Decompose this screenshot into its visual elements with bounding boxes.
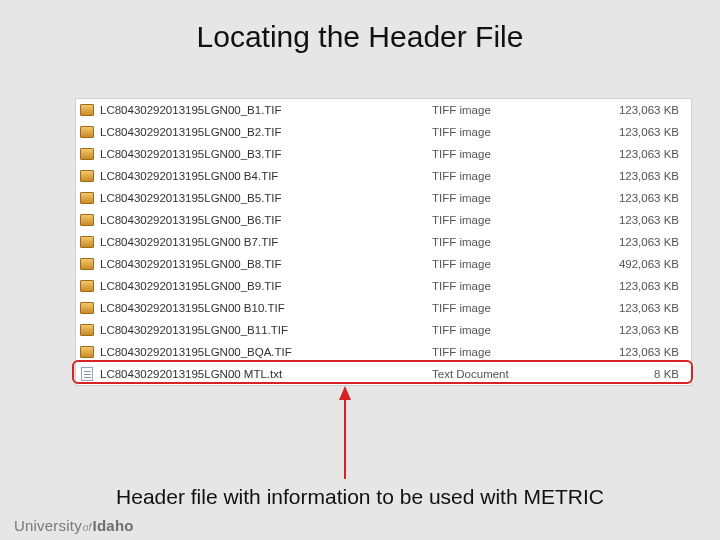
file-size: 123,063 KB (568, 324, 691, 336)
file-row[interactable]: LC80430292013195LGN00_B6.TIFTIFF image12… (76, 209, 691, 231)
image-file-icon (76, 170, 98, 182)
image-file-icon (76, 104, 98, 116)
file-row[interactable]: LC80430292013195LGN00_B5.TIFTIFF image12… (76, 187, 691, 209)
brand-of: of (82, 522, 93, 533)
file-size: 123,063 KB (568, 104, 691, 116)
file-type: TIFF image (428, 104, 568, 116)
file-type: TIFF image (428, 324, 568, 336)
file-row[interactable]: LC80430292013195LGN00 B10.TIFTIFF image1… (76, 297, 691, 319)
file-size: 123,063 KB (568, 192, 691, 204)
file-row[interactable]: LC80430292013195LGN00 B4.TIFTIFF image12… (76, 165, 691, 187)
file-name: LC80430292013195LGN00_B11.TIF (98, 324, 428, 336)
file-type: TIFF image (428, 214, 568, 226)
image-file-icon (76, 324, 98, 336)
file-type: TIFF image (428, 170, 568, 182)
image-file-icon (76, 236, 98, 248)
file-name: LC80430292013195LGN00_B5.TIF (98, 192, 428, 204)
file-type: TIFF image (428, 192, 568, 204)
file-name: LC80430292013195LGN00 MTL.txt (98, 368, 428, 380)
page-title: Locating the Header File (0, 20, 720, 54)
image-file-icon (76, 192, 98, 204)
file-name: LC80430292013195LGN00_B6.TIF (98, 214, 428, 226)
file-row[interactable]: LC80430292013195LGN00_B11.TIFTIFF image1… (76, 319, 691, 341)
image-file-icon (76, 346, 98, 358)
brand-part2: Idaho (93, 517, 134, 534)
file-type: TIFF image (428, 126, 568, 138)
file-size: 123,063 KB (568, 148, 691, 160)
file-name: LC80430292013195LGN00_B8.TIF (98, 258, 428, 270)
brand-part1: University (14, 517, 82, 534)
file-name: LC80430292013195LGN00_BQA.TIF (98, 346, 428, 358)
file-type: TIFF image (428, 280, 568, 292)
image-file-icon (76, 258, 98, 270)
university-logo: UniversityofIdaho (14, 517, 134, 534)
text-file-icon (76, 367, 98, 381)
file-name: LC80430292013195LGN00_B2.TIF (98, 126, 428, 138)
file-size: 8 KB (568, 368, 691, 380)
file-name: LC80430292013195LGN00 B10.TIF (98, 302, 428, 314)
file-type: TIFF image (428, 236, 568, 248)
file-row[interactable]: LC80430292013195LGN00_B1.TIFTIFF image12… (76, 99, 691, 121)
file-list: LC80430292013195LGN00_B1.TIFTIFF image12… (75, 98, 692, 386)
file-name: LC80430292013195LGN00_B9.TIF (98, 280, 428, 292)
image-file-icon (76, 280, 98, 292)
file-size: 123,063 KB (568, 280, 691, 292)
file-row[interactable]: LC80430292013195LGN00 MTL.txtText Docume… (76, 363, 691, 385)
file-size: 123,063 KB (568, 126, 691, 138)
file-size: 123,063 KB (568, 302, 691, 314)
image-file-icon (76, 126, 98, 138)
file-row[interactable]: LC80430292013195LGN00_B8.TIFTIFF image49… (76, 253, 691, 275)
file-type: TIFF image (428, 302, 568, 314)
file-name: LC80430292013195LGN00_B3.TIF (98, 148, 428, 160)
file-type: TIFF image (428, 148, 568, 160)
file-name: LC80430292013195LGN00 B4.TIF (98, 170, 428, 182)
file-name: LC80430292013195LGN00_B1.TIF (98, 104, 428, 116)
file-size: 123,063 KB (568, 214, 691, 226)
file-name: LC80430292013195LGN00 B7.TIF (98, 236, 428, 248)
image-file-icon (76, 302, 98, 314)
image-file-icon (76, 148, 98, 160)
file-row[interactable]: LC80430292013195LGN00_B9.TIFTIFF image12… (76, 275, 691, 297)
file-type: Text Document (428, 368, 568, 380)
file-row[interactable]: LC80430292013195LGN00_BQA.TIFTIFF image1… (76, 341, 691, 363)
image-file-icon (76, 214, 98, 226)
file-type: TIFF image (428, 346, 568, 358)
file-size: 123,063 KB (568, 170, 691, 182)
caption-text: Header file with information to be used … (0, 485, 720, 509)
file-row[interactable]: LC80430292013195LGN00_B2.TIFTIFF image12… (76, 121, 691, 143)
file-size: 123,063 KB (568, 346, 691, 358)
file-size: 123,063 KB (568, 236, 691, 248)
file-size: 492,063 KB (568, 258, 691, 270)
file-row[interactable]: LC80430292013195LGN00 B7.TIFTIFF image12… (76, 231, 691, 253)
file-row[interactable]: LC80430292013195LGN00_B3.TIFTIFF image12… (76, 143, 691, 165)
file-type: TIFF image (428, 258, 568, 270)
